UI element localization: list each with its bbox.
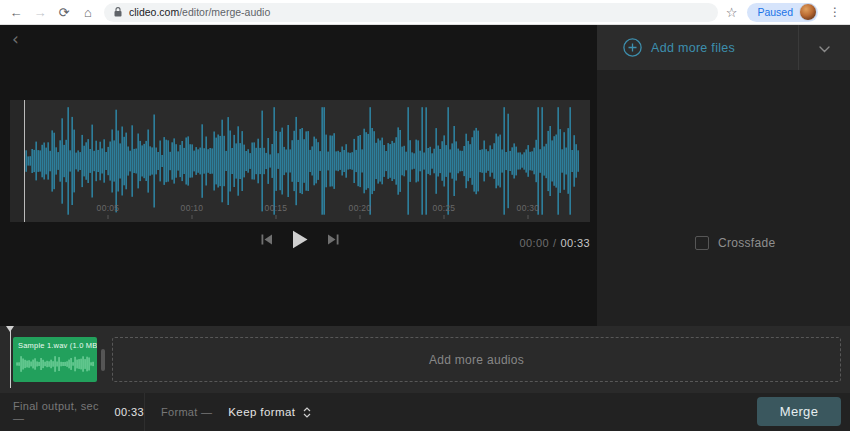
transport-controls — [259, 228, 342, 251]
paused-label: Paused — [757, 6, 793, 18]
clip-waveform — [16, 355, 94, 373]
browser-home-icon[interactable]: ⌂ — [76, 5, 100, 20]
browser-back-icon[interactable]: ← — [4, 5, 28, 20]
collapse-panel-button[interactable] — [798, 25, 850, 70]
add-more-audios-label: Add more audios — [429, 353, 524, 367]
chevron-down-icon — [819, 39, 830, 57]
add-more-files-label: Add more files — [651, 41, 735, 55]
clip-filename-label: Sample 1.wav (1.0 MB) — [18, 341, 97, 350]
timeline-track: Sample 1.wav (1.0 MB) Add more audios — [0, 326, 850, 393]
updown-chevrons-icon — [303, 407, 311, 418]
waveform-panel[interactable]: 00:0500:1000:1500:2000:2500:30 — [10, 100, 590, 222]
app-screen: ← → ⟳ ⌂ clideo.com/editor/merge-audio ☆ … — [0, 0, 850, 431]
time-ruler-tick — [360, 215, 361, 219]
plus-circle-icon — [623, 38, 642, 57]
sidebar: Add more files Crossfade — [597, 25, 850, 326]
format-label: Format — — [161, 406, 212, 418]
address-bar[interactable]: clideo.com/editor/merge-audio — [104, 3, 718, 22]
time-ruler-tick — [444, 215, 445, 219]
status-bar: Final output, sec — 00:33 Format — Keep … — [0, 393, 850, 431]
time-ruler-tick — [276, 215, 277, 219]
waveform-playhead[interactable] — [24, 100, 25, 222]
crossfade-checkbox[interactable] — [695, 236, 709, 250]
timeline-playhead[interactable] — [10, 326, 11, 388]
profile-paused-button[interactable]: Paused — [747, 3, 818, 22]
format-cell: Format — Keep format — [145, 406, 850, 418]
sidebar-body: Crossfade — [597, 70, 850, 326]
browser-menu-icon[interactable]: ⋮ — [824, 5, 846, 19]
time-separator: / — [553, 237, 556, 249]
time-ruler-label: 00:30 — [517, 203, 540, 213]
editor-back-button[interactable]: ‹ — [12, 31, 19, 48]
play-button[interactable] — [290, 228, 311, 251]
skip-back-button[interactable] — [259, 231, 276, 248]
playhead-marker-icon — [6, 326, 14, 332]
browser-chrome: ← → ⟳ ⌂ clideo.com/editor/merge-audio ☆ … — [0, 0, 850, 25]
skip-forward-button[interactable] — [325, 231, 342, 248]
final-output-label: Final output, sec — — [13, 400, 108, 424]
current-time: 00:00 — [519, 237, 549, 249]
url-host: clideo.com — [129, 6, 179, 18]
time-ruler-label: 00:25 — [433, 203, 456, 213]
time-ruler-tick — [192, 215, 193, 219]
browser-forward-icon[interactable]: → — [28, 5, 52, 20]
add-more-files-button[interactable]: Add more files — [597, 25, 798, 70]
url-path: /editor/merge-audio — [179, 6, 270, 18]
format-value: Keep format — [228, 406, 295, 418]
audio-clip[interactable]: Sample 1.wav (1.0 MB) — [13, 337, 97, 382]
final-output-cell: Final output, sec — 00:33 — [0, 393, 145, 431]
time-ruler-label: 00:15 — [265, 203, 288, 213]
crossfade-option[interactable]: Crossfade — [695, 236, 775, 250]
format-select[interactable]: Keep format — [222, 406, 311, 418]
avatar — [799, 3, 817, 21]
add-more-audios-dropzone[interactable]: Add more audios — [112, 337, 841, 382]
editor-main: ‹ 00:0500:1000:1500:2000:2500:30 — [0, 25, 597, 326]
time-display: 00:00/00:33 — [519, 237, 590, 249]
browser-reload-icon[interactable]: ⟳ — [52, 5, 76, 20]
final-output-value: 00:33 — [114, 406, 144, 418]
time-ruler-label: 00:05 — [97, 203, 120, 213]
clip-resize-handle[interactable] — [101, 349, 105, 371]
merge-button[interactable]: Merge — [757, 397, 841, 426]
lock-icon — [114, 7, 122, 17]
time-ruler-tick — [528, 215, 529, 219]
crossfade-label: Crossfade — [718, 236, 775, 250]
sidebar-header: Add more files — [597, 25, 850, 70]
total-time: 00:33 — [560, 237, 590, 249]
time-ruler-label: 00:10 — [181, 203, 204, 213]
bookmark-star-icon[interactable]: ☆ — [726, 5, 738, 20]
time-ruler-tick — [108, 215, 109, 219]
time-ruler-label: 00:20 — [349, 203, 372, 213]
workspace: ‹ 00:0500:1000:1500:2000:2500:30 — [0, 25, 850, 326]
